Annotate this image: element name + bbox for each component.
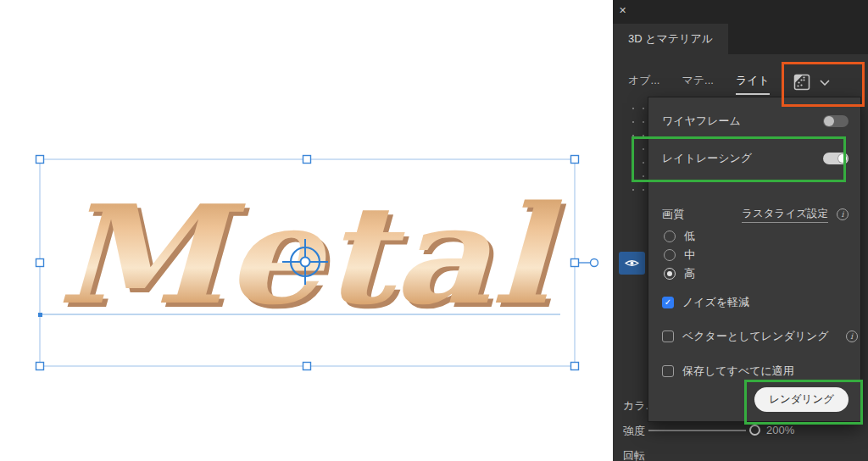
radio-medium-label: 中 bbox=[684, 247, 695, 263]
selection-handle-bottom-left[interactable] bbox=[36, 363, 44, 370]
radio-low-label: 低 bbox=[684, 229, 695, 244]
selection-handle-mid-right[interactable] bbox=[571, 259, 579, 267]
baseline-anchor[interactable] bbox=[38, 313, 42, 317]
render-settings-button[interactable] bbox=[793, 71, 846, 93]
vector-info-icon[interactable] bbox=[846, 330, 858, 342]
view-tabs: オブ... マテ... ライト bbox=[628, 73, 770, 95]
radio-high-label: 高 bbox=[684, 266, 695, 281]
intensity-value: 200% bbox=[766, 424, 794, 436]
quality-option-low[interactable]: 低 bbox=[664, 226, 849, 247]
radio-high[interactable] bbox=[664, 268, 676, 280]
raytracing-toggle[interactable] bbox=[823, 153, 849, 164]
tab-material[interactable]: マテ... bbox=[682, 73, 713, 95]
rasterize-info-icon[interactable] bbox=[837, 208, 849, 220]
quality-row: 画質 ラスタライズ設定 bbox=[662, 204, 849, 225]
app-window: Metal Metal ✕ 3D と bbox=[0, 0, 868, 461]
render-settings-icon bbox=[793, 74, 810, 91]
wireframe-toggle[interactable] bbox=[823, 115, 849, 127]
vector-row[interactable]: ベクターとしてレンダリング bbox=[662, 326, 849, 347]
artwork-text: Metal bbox=[57, 175, 563, 335]
save-apply-checkbox-label: 保存してすべてに適用 bbox=[682, 364, 794, 379]
wireframe-row: ワイヤフレーム bbox=[662, 111, 849, 131]
noise-row[interactable]: ノイズを軽減 bbox=[662, 292, 849, 313]
selection-handle-mid-left[interactable] bbox=[36, 259, 44, 267]
rasterize-settings-link[interactable]: ラスタライズ設定 bbox=[742, 207, 828, 223]
toggle-knob bbox=[824, 116, 834, 126]
quality-option-medium[interactable]: 中 bbox=[664, 245, 849, 265]
raytracing-row: レイトレーシング bbox=[662, 148, 849, 169]
noise-checkbox[interactable] bbox=[662, 297, 674, 308]
vector-checkbox-label: ベクターとしてレンダリング bbox=[682, 329, 829, 344]
intensity-label: 強度 bbox=[623, 424, 645, 439]
vector-checkbox[interactable] bbox=[662, 330, 674, 342]
save-apply-checkbox[interactable] bbox=[662, 365, 674, 377]
chevron-down-icon bbox=[820, 80, 830, 86]
selection-handle-top-left[interactable] bbox=[36, 156, 44, 164]
panel-header: ✕ bbox=[613, 0, 868, 24]
tab-object[interactable]: オブ... bbox=[628, 73, 659, 95]
light-visibility-chip[interactable] bbox=[619, 252, 645, 275]
radio-low[interactable] bbox=[664, 230, 676, 242]
raytracing-label: レイトレーシング bbox=[662, 151, 752, 166]
tab-light[interactable]: ライト bbox=[736, 73, 770, 95]
quality-option-high[interactable]: 高 bbox=[664, 264, 849, 284]
wireframe-label: ワイヤフレーム bbox=[662, 114, 741, 129]
render-settings-dropdown: ワイヤフレーム レイトレーシング 画質 ラスタライズ設定 低 中 bbox=[648, 97, 861, 422]
selection-handle-bottom-mid[interactable] bbox=[303, 363, 311, 370]
light-widget-dots bbox=[628, 102, 648, 197]
rotation-label: 回転 bbox=[623, 448, 645, 461]
close-icon[interactable]: ✕ bbox=[619, 5, 626, 16]
intensity-slider-knob[interactable] bbox=[749, 425, 760, 436]
selection-handle-top-mid[interactable] bbox=[303, 156, 311, 164]
radio-medium[interactable] bbox=[664, 249, 676, 261]
intensity-slider-track bbox=[648, 430, 746, 431]
save-apply-row[interactable]: 保存してすべてに適用 bbox=[662, 361, 849, 381]
selection-handle-top-right[interactable] bbox=[571, 156, 579, 164]
panel-tab-bar: 3D とマテリアル bbox=[613, 24, 868, 54]
artboard-canvas: Metal Metal bbox=[0, 0, 613, 461]
noise-checkbox-label: ノイズを軽減 bbox=[682, 295, 749, 310]
panel-title-tab[interactable]: 3D とマテリアル bbox=[613, 24, 728, 54]
quality-label: 画質 bbox=[662, 207, 684, 222]
render-button[interactable]: レンダリング bbox=[754, 387, 849, 412]
selection-handle-bottom-right[interactable] bbox=[571, 363, 579, 370]
toggle-knob bbox=[837, 153, 848, 164]
side-handle-circle[interactable] bbox=[591, 259, 598, 267]
eye-icon bbox=[625, 258, 639, 268]
